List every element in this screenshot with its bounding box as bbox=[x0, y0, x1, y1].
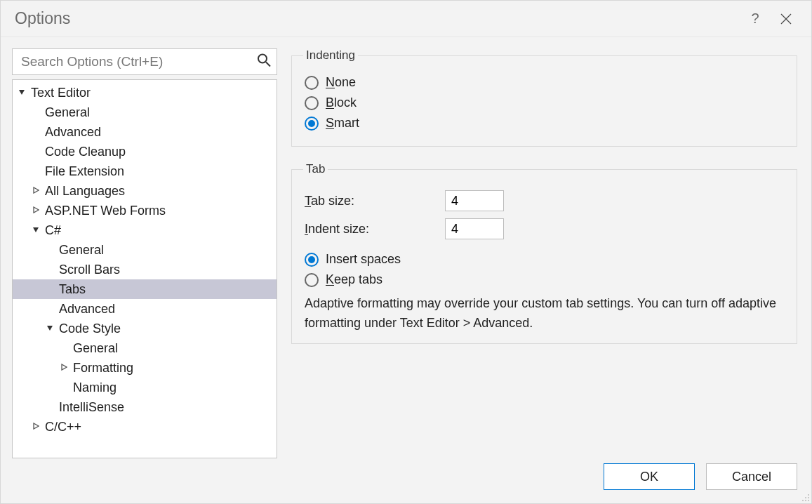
caret-right-icon bbox=[32, 206, 41, 215]
tree-item[interactable]: Formatting bbox=[13, 358, 277, 378]
tree-item-label: Code Cleanup bbox=[45, 145, 126, 159]
tree-item[interactable]: General bbox=[13, 102, 277, 122]
dialog-title: Options bbox=[15, 9, 70, 28]
tree-item-label: C/C++ bbox=[45, 420, 81, 435]
indent-size-label: Indent size: bbox=[305, 222, 445, 237]
adaptive-note: Adaptive formatting may override your cu… bbox=[305, 294, 784, 333]
tree-item[interactable]: C# bbox=[13, 220, 277, 240]
indenting-option-smart[interactable]: Smart bbox=[305, 116, 784, 131]
tree-item-label: Scroll Bars bbox=[59, 263, 120, 277]
tree-item-label: C# bbox=[45, 223, 61, 238]
radio-icon bbox=[305, 96, 319, 110]
indenting-legend: Indenting bbox=[303, 48, 358, 62]
radio-icon bbox=[305, 253, 319, 267]
tree-item[interactable]: Advanced bbox=[13, 299, 277, 319]
tree-item[interactable]: Advanced bbox=[13, 122, 277, 142]
svg-point-5 bbox=[805, 497, 806, 498]
options-tree: Text EditorGeneralAdvancedCode CleanupFi… bbox=[12, 79, 277, 458]
tab-size-label: Tab size: bbox=[305, 194, 445, 208]
svg-point-8 bbox=[805, 500, 806, 501]
tree-item[interactable]: Text Editor bbox=[13, 83, 277, 102]
search-input[interactable] bbox=[20, 53, 251, 70]
tree-item-label: All Languages bbox=[45, 184, 125, 199]
tree-scroll[interactable]: Text EditorGeneralAdvancedCode CleanupFi… bbox=[13, 80, 277, 458]
radio-icon bbox=[305, 273, 319, 287]
tree-item-label: Naming bbox=[73, 380, 117, 395]
tree-item-label: Formatting bbox=[73, 361, 133, 376]
tree-item[interactable]: C/C++ bbox=[13, 417, 277, 437]
tree-item-label: General bbox=[59, 243, 104, 258]
tree-item-label: Tabs bbox=[59, 282, 86, 297]
title-bar: Options ? bbox=[1, 1, 811, 37]
caret-right-icon bbox=[60, 364, 69, 372]
tab-size-input[interactable] bbox=[445, 190, 504, 211]
options-dialog: Options ? Text EditorGeneralAdvancedCode… bbox=[0, 0, 812, 504]
tree-item[interactable]: General bbox=[13, 240, 277, 260]
indenting-option-none[interactable]: None bbox=[305, 75, 784, 90]
close-icon bbox=[780, 13, 792, 25]
search-icon bbox=[257, 53, 271, 71]
svg-point-6 bbox=[808, 497, 809, 498]
tree-item[interactable]: Tabs bbox=[13, 279, 277, 299]
indent-size-row: Indent size: bbox=[305, 218, 784, 239]
tab-legend: Tab bbox=[303, 162, 328, 176]
help-button[interactable]: ? bbox=[740, 4, 771, 34]
tree-item[interactable]: Code Style bbox=[13, 319, 277, 338]
indenting-group: Indenting NoneBlockSmart bbox=[291, 48, 797, 147]
tree-item-label: General bbox=[45, 105, 90, 120]
tree-item[interactable]: General bbox=[13, 338, 277, 358]
caret-down-icon bbox=[32, 226, 41, 234]
radio-icon bbox=[305, 76, 319, 90]
caret-down-icon bbox=[46, 324, 55, 333]
resize-grip-icon[interactable] bbox=[799, 491, 810, 502]
close-button[interactable] bbox=[771, 4, 801, 34]
tree-item[interactable]: ASP.NET Web Forms bbox=[13, 201, 277, 220]
svg-point-7 bbox=[802, 500, 804, 501]
tree-item[interactable]: File Extension bbox=[13, 161, 277, 181]
indenting-option-label: Block bbox=[326, 95, 357, 110]
tree-item-label: ASP.NET Web Forms bbox=[45, 204, 166, 218]
tab-group: Tab Tab size: Indent size: Insert spaces bbox=[291, 162, 797, 344]
tree-item-label: File Extension bbox=[45, 164, 124, 179]
svg-point-4 bbox=[808, 494, 809, 496]
indenting-option-block[interactable]: Block bbox=[305, 95, 784, 110]
ok-button[interactable]: OK bbox=[604, 463, 695, 490]
insert-spaces-radio[interactable]: Insert spaces bbox=[305, 252, 784, 267]
left-pane: Text EditorGeneralAdvancedCode CleanupFi… bbox=[12, 48, 277, 458]
tree-item[interactable]: IntelliSense bbox=[13, 397, 277, 417]
radio-icon bbox=[305, 117, 319, 131]
tree-item-label: General bbox=[73, 341, 118, 356]
caret-down-icon bbox=[18, 88, 27, 97]
keep-tabs-label: Keep tabs bbox=[326, 272, 382, 287]
tree-item-label: IntelliSense bbox=[59, 400, 124, 415]
cancel-button[interactable]: Cancel bbox=[706, 463, 797, 490]
tree-item[interactable]: All Languages bbox=[13, 181, 277, 201]
tree-item[interactable]: Naming bbox=[13, 378, 277, 397]
tree-item-label: Text Editor bbox=[31, 86, 91, 100]
svg-point-2 bbox=[258, 55, 267, 63]
tree-item[interactable]: Scroll Bars bbox=[13, 260, 277, 279]
tree-item-label: Advanced bbox=[59, 302, 115, 317]
keep-tabs-radio[interactable]: Keep tabs bbox=[305, 272, 784, 287]
tree-item[interactable]: Code Cleanup bbox=[13, 142, 277, 161]
caret-right-icon bbox=[32, 423, 41, 431]
tree-item-label: Code Style bbox=[59, 321, 121, 336]
search-box[interactable] bbox=[12, 48, 277, 75]
insert-spaces-label: Insert spaces bbox=[326, 252, 401, 267]
caret-right-icon bbox=[32, 187, 41, 195]
dialog-footer: OK Cancel bbox=[1, 458, 811, 503]
tree-item-label: Advanced bbox=[45, 125, 101, 140]
tab-size-row: Tab size: bbox=[305, 190, 784, 211]
settings-pane: Indenting NoneBlockSmart Tab Tab size: I… bbox=[291, 48, 803, 458]
indenting-option-label: Smart bbox=[326, 116, 359, 131]
indent-size-input[interactable] bbox=[445, 218, 504, 239]
indenting-option-label: None bbox=[326, 75, 356, 90]
svg-point-9 bbox=[808, 500, 809, 501]
svg-line-3 bbox=[266, 62, 270, 67]
